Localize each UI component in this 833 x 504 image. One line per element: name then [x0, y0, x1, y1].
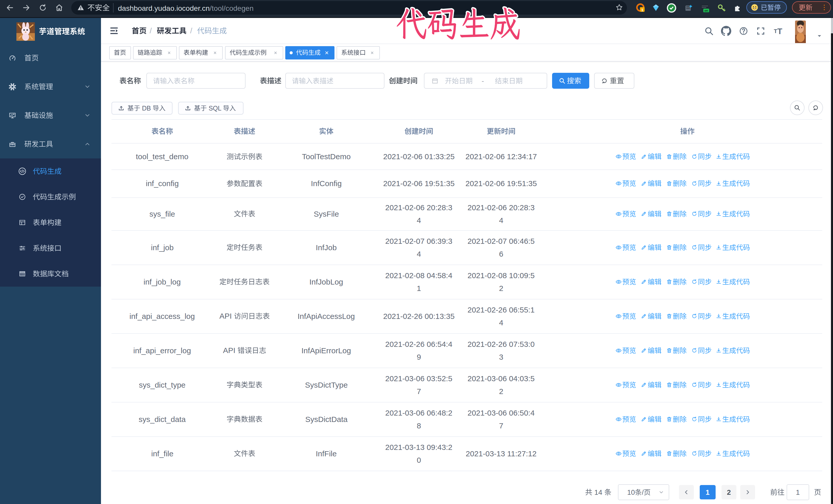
svg-text:2: 2 — [499, 387, 503, 395]
svg-text:2021-02-06 20:28:3: 2021-02-06 20:28:3 — [468, 203, 535, 212]
svg-text:2021-02-06 01:33:25: 2021-02-06 01:33:25 — [383, 152, 455, 161]
svg-text:2021-03-06 06:50:4: 2021-03-06 06:50:4 — [468, 409, 535, 417]
svg-text:API: API — [219, 312, 234, 320]
svg-text:9: 9 — [417, 353, 421, 361]
svg-text:SysDictData: SysDictData — [305, 415, 348, 424]
svg-text:4: 4 — [499, 318, 503, 327]
svg-text:2021-03-06 03:52:5: 2021-03-06 03:52:5 — [385, 374, 452, 383]
svg-text:4: 4 — [499, 216, 503, 224]
svg-text:14: 14 — [592, 488, 604, 496]
svg-text:API: API — [223, 346, 238, 355]
svg-text:/: / — [150, 27, 152, 35]
svg-text:6: 6 — [499, 250, 503, 258]
svg-text:-: - — [482, 77, 484, 85]
svg-text:2021-02-26 07:53:0: 2021-02-26 07:53:0 — [468, 340, 535, 349]
svg-text:2021-03-13 11:27:12: 2021-03-13 11:27:12 — [466, 449, 537, 458]
svg-text:2021-03-06 06:48:2: 2021-03-06 06:48:2 — [385, 409, 452, 417]
svg-text:1: 1 — [796, 488, 800, 496]
svg-text:sys_file: sys_file — [149, 210, 175, 218]
svg-text:2021-02-26 06:55:1: 2021-02-26 06:55:1 — [468, 306, 535, 314]
svg-text:sys_dict_type: sys_dict_type — [139, 381, 186, 389]
svg-text:/: / — [642, 488, 644, 496]
svg-text:2021-02-06 12:34:17: 2021-02-06 12:34:17 — [466, 152, 537, 161]
svg-text:InfFile: InfFile — [316, 449, 337, 458]
svg-text:SysDictType: SysDictType — [305, 381, 348, 389]
svg-text:dashboard.yudao.iocoder.cn: dashboard.yudao.iocoder.cn — [118, 4, 210, 12]
svg-text:/: / — [190, 27, 192, 35]
svg-text:T: T — [774, 28, 777, 34]
svg-text:on: on — [704, 9, 708, 12]
svg-text:4: 4 — [417, 216, 421, 224]
svg-text:InfJob: InfJob — [316, 243, 337, 252]
svg-text:2021-02-06 19:51:35: 2021-02-06 19:51:35 — [383, 179, 455, 188]
svg-text:2021-02-07 06:39:3: 2021-02-07 06:39:3 — [385, 237, 452, 245]
svg-text:sys_dict_data: sys_dict_data — [139, 415, 186, 424]
svg-text:3: 3 — [499, 353, 503, 361]
svg-text:2021-02-08 10:09:5: 2021-02-08 10:09:5 — [468, 271, 535, 280]
svg-text:inf_job_log: inf_job_log — [144, 278, 181, 286]
svg-text:2021-02-07 06:46:5: 2021-02-07 06:46:5 — [468, 237, 535, 245]
svg-text:10: 10 — [627, 488, 635, 496]
svg-text:DB: DB — [140, 104, 153, 112]
svg-text:/tool/codegen: /tool/codegen — [210, 4, 254, 12]
svg-text:2021-03-06 04:03:5: 2021-03-06 04:03:5 — [468, 374, 535, 383]
svg-text:7: 7 — [499, 422, 503, 430]
svg-text:inf_api_error_log: inf_api_error_log — [133, 346, 191, 355]
svg-text:2021-02-26 06:54:4: 2021-02-26 06:54:4 — [385, 340, 452, 349]
svg-text:7: 7 — [417, 387, 421, 395]
svg-text:2: 2 — [727, 488, 731, 496]
svg-text:8: 8 — [417, 422, 421, 430]
svg-text:InfConfig: InfConfig — [311, 179, 342, 188]
svg-text:0: 0 — [417, 456, 421, 464]
svg-text:inf_api_access_log: inf_api_access_log — [129, 312, 195, 320]
svg-text:SysFile: SysFile — [314, 210, 339, 218]
svg-text:tool_test_demo: tool_test_demo — [136, 152, 188, 161]
svg-text:2021-03-13 09:43:2: 2021-03-13 09:43:2 — [385, 443, 452, 452]
svg-text:2021-02-06 19:51:35: 2021-02-06 19:51:35 — [466, 179, 537, 188]
svg-text:T: T — [777, 27, 782, 36]
svg-text:4: 4 — [417, 250, 421, 258]
svg-text:2021-02-26 00:13:35: 2021-02-26 00:13:35 — [383, 312, 455, 320]
svg-text:ToolTestDemo: ToolTestDemo — [302, 152, 351, 161]
svg-text:InfApiAccessLog: InfApiAccessLog — [298, 312, 355, 320]
svg-text:2021-02-08 04:58:4: 2021-02-08 04:58:4 — [385, 271, 452, 280]
svg-text:InfJobLog: InfJobLog — [309, 278, 343, 286]
svg-text:inf_config: inf_config — [146, 179, 178, 188]
svg-text:1: 1 — [706, 488, 710, 496]
svg-text:inf_file: inf_file — [151, 449, 173, 458]
svg-text:InfApiErrorLog: InfApiErrorLog — [302, 346, 351, 355]
svg-text:SQL: SQL — [207, 104, 223, 112]
svg-text:inf_job: inf_job — [151, 243, 173, 252]
svg-text:1: 1 — [641, 8, 643, 12]
svg-text:1: 1 — [417, 284, 421, 292]
svg-text:2: 2 — [499, 284, 503, 292]
svg-text:2021-02-06 20:28:3: 2021-02-06 20:28:3 — [385, 203, 452, 212]
